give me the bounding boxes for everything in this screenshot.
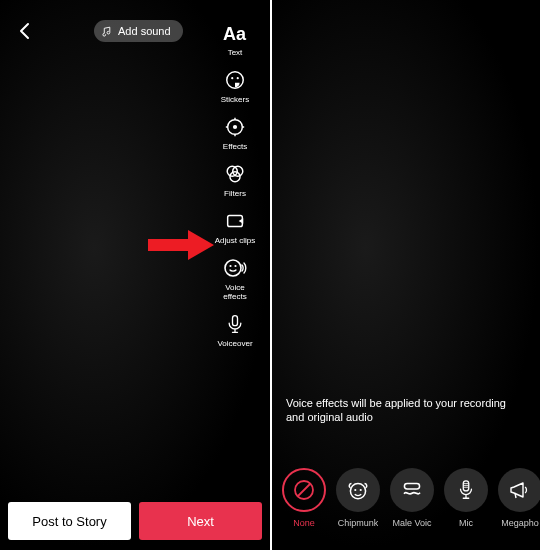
voice-effect-label: Mic [459, 518, 473, 528]
voice-effect-mic[interactable]: Mic [444, 468, 488, 528]
tool-label: Effects [223, 142, 247, 151]
voice-effects-info: Voice effects will be applied to your re… [286, 396, 526, 424]
chipmunk-icon [345, 477, 371, 503]
svg-point-12 [234, 265, 236, 267]
tool-voiceover[interactable]: Voiceover [217, 311, 252, 348]
voice-effect-label: Male Voic [392, 518, 431, 528]
side-toolbar: Aa Text Stickers Effects Filters Adjust … [208, 20, 262, 358]
add-sound-label: Add sound [118, 25, 171, 37]
voice-effect-none[interactable]: None [282, 468, 326, 528]
bottom-bar: Post to Story Next [8, 502, 262, 540]
voice-effects-screen: Voice effects will be applied to your re… [270, 0, 540, 550]
svg-point-18 [360, 489, 362, 491]
tool-voice-effects[interactable]: Voice effects [222, 255, 248, 301]
svg-rect-20 [463, 481, 469, 491]
add-sound-button[interactable]: Add sound [94, 20, 183, 42]
effects-icon [224, 116, 246, 138]
svg-rect-19 [404, 484, 419, 489]
tool-adjust-clips[interactable]: Adjust clips [215, 208, 255, 245]
none-icon [292, 478, 316, 502]
tool-filters[interactable]: Filters [222, 161, 248, 198]
editor-screen: Add sound Aa Text Stickers Effects Filte… [0, 0, 270, 550]
tool-label: Filters [224, 189, 246, 198]
megaphone-icon [507, 478, 533, 502]
button-label: Post to Story [32, 514, 106, 529]
tool-label: Voice effects [223, 283, 246, 301]
red-arrow-annotation [148, 230, 214, 260]
voice-effect-label: Megapho [501, 518, 539, 528]
svg-point-17 [354, 489, 356, 491]
voice-effect-label: None [293, 518, 315, 528]
svg-point-2 [231, 77, 233, 79]
chevron-left-icon [18, 22, 32, 40]
tool-label: Voiceover [217, 339, 252, 348]
tool-effects[interactable]: Effects [222, 114, 248, 151]
voice-effect-label: Chipmunk [338, 518, 379, 528]
svg-point-5 [233, 125, 237, 129]
svg-point-11 [229, 265, 231, 267]
svg-text:Aa: Aa [223, 24, 247, 44]
tool-label: Stickers [221, 95, 249, 104]
svg-point-16 [350, 484, 365, 499]
voice-effect-megaphone[interactable]: Megapho [498, 468, 540, 528]
male-voice-icon [399, 477, 425, 503]
svg-point-3 [237, 77, 239, 79]
back-button[interactable] [18, 22, 32, 40]
music-note-icon [102, 26, 113, 37]
microphone-icon [225, 313, 245, 335]
tool-text[interactable]: Aa Text [222, 20, 248, 57]
adjust-clips-icon [224, 210, 246, 232]
next-button[interactable]: Next [139, 502, 262, 540]
svg-line-24 [515, 493, 516, 498]
voice-effects-list[interactable]: None Chipmunk Male Voic Mic Megapho Robo [282, 468, 540, 528]
voice-effect-chipmunk[interactable]: Chipmunk [336, 468, 380, 528]
tool-label: Text [228, 48, 243, 57]
text-icon: Aa [223, 21, 247, 45]
svg-rect-13 [232, 316, 237, 326]
svg-line-15 [298, 484, 311, 497]
button-label: Next [187, 514, 214, 529]
tool-stickers[interactable]: Stickers [221, 67, 249, 104]
voice-effects-icon [223, 256, 247, 280]
svg-point-10 [225, 260, 241, 276]
sticker-icon [224, 69, 246, 91]
voice-effect-male-voice[interactable]: Male Voic [390, 468, 434, 528]
mic-icon [455, 477, 477, 503]
post-to-story-button[interactable]: Post to Story [8, 502, 131, 540]
filters-icon [224, 163, 246, 185]
tool-label: Adjust clips [215, 236, 255, 245]
